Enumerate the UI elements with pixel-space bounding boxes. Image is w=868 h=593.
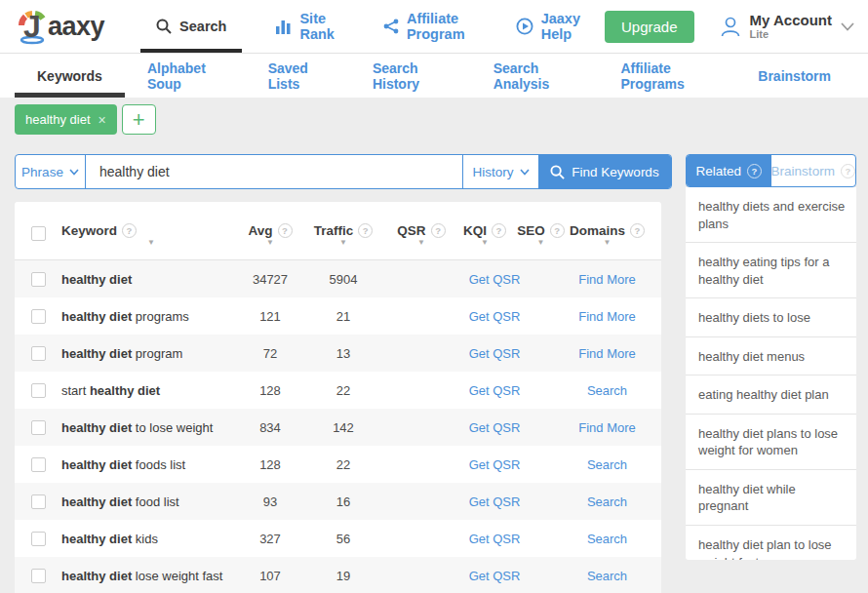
domains-link[interactable]: Search — [587, 383, 627, 398]
remove-tag-icon[interactable]: × — [99, 112, 106, 128]
domains-link[interactable]: Search — [587, 494, 627, 509]
traffic-cell: 13 — [299, 346, 387, 361]
subnav-item-search-analysis[interactable]: Search Analysis — [471, 54, 599, 98]
get-qsr-link[interactable]: Get QSR — [469, 420, 521, 435]
qsr-cell: Get QSR — [387, 532, 455, 546]
column-header-domains[interactable]: Domains? ▼ — [568, 223, 661, 245]
help-icon[interactable]: ? — [747, 164, 762, 178]
avg-cell: 128 — [241, 383, 299, 398]
row-checkbox[interactable] — [31, 494, 46, 509]
domains-cell: Search — [568, 569, 661, 583]
keyword-cell[interactable]: healthy diet kids — [61, 532, 241, 546]
subnav-item-saved-lists[interactable]: Saved Lists — [246, 54, 350, 98]
table-header-row: Keyword? ▼ Avg? ▼ Traffic? ▼ QSR? ▼ — [15, 202, 661, 260]
row-checkbox[interactable] — [31, 532, 46, 546]
related-keyword-item[interactable]: healthy eating tips for a healthy diet — [686, 243, 856, 298]
sort-caret-icon: ▼ — [387, 240, 455, 245]
help-icon[interactable]: ? — [358, 223, 373, 238]
row-checkbox[interactable] — [31, 272, 46, 287]
avg-cell: 34727 — [241, 272, 299, 287]
history-dropdown[interactable]: History — [462, 155, 538, 188]
tab-related[interactable]: Related ? — [687, 155, 771, 186]
row-checkbox[interactable] — [31, 569, 46, 583]
related-keyword-item[interactable]: healthy diets and exercise plans — [686, 187, 856, 243]
topnav-item-site-rank[interactable]: Site Rank — [259, 0, 349, 53]
help-icon[interactable]: ? — [550, 223, 565, 238]
get-qsr-link[interactable]: Get QSR — [469, 569, 521, 583]
subnav-item-keywords[interactable]: Keywords — [15, 54, 125, 98]
domains-link[interactable]: Find More — [578, 309, 636, 324]
keyword-cell[interactable]: healthy diet — [61, 272, 241, 287]
domains-link[interactable]: Find More — [578, 346, 636, 361]
domains-link[interactable]: Search — [587, 532, 627, 546]
column-header-keyword[interactable]: Keyword? ▼ — [61, 223, 241, 245]
domains-link[interactable]: Find More — [578, 420, 636, 435]
subnav-item-affiliate-programs[interactable]: Affiliate Programs — [598, 54, 735, 98]
column-header-qsr[interactable]: QSR? ▼ — [387, 223, 455, 245]
keyword-search-input[interactable] — [86, 155, 462, 188]
get-qsr-link[interactable]: Get QSR — [469, 383, 521, 398]
topnav-item-jaaxy-help[interactable]: Jaaxy Help — [500, 0, 596, 53]
column-header-traffic[interactable]: Traffic? ▼ — [299, 223, 387, 245]
row-checkbox[interactable] — [31, 457, 46, 472]
keyword-cell[interactable]: healthy diet program — [61, 346, 241, 361]
keyword-cell[interactable]: healthy diet food list — [61, 494, 241, 509]
subnav-item-alphabet-soup[interactable]: Alphabet Soup — [125, 54, 246, 98]
column-header-seo[interactable]: SEO? ▼ — [514, 223, 568, 245]
subnav-item-brainstorm[interactable]: Brainstorm — [735, 54, 853, 98]
row-checkbox[interactable] — [31, 346, 46, 361]
right-column: Related ? Brainstorm ? healthy diets and… — [686, 154, 856, 560]
help-icon[interactable]: ? — [841, 164, 855, 178]
qsr-cell: Get QSR — [387, 383, 455, 398]
phrase-dropdown[interactable]: Phrase — [16, 155, 86, 188]
domains-link[interactable]: Search — [587, 457, 627, 472]
help-icon[interactable]: ? — [431, 223, 446, 238]
avg-cell: 107 — [241, 569, 299, 583]
upgrade-button[interactable]: Upgrade — [605, 11, 694, 43]
related-keyword-item[interactable]: eating healthy diet plan — [686, 376, 856, 415]
related-keyword-item[interactable]: healthy diets to lose — [686, 298, 856, 337]
get-qsr-link[interactable]: Get QSR — [469, 346, 521, 361]
my-account-menu[interactable]: My Account Lite — [720, 0, 854, 53]
related-keyword-item[interactable]: healthy diet while pregnant — [686, 470, 856, 526]
keyword-cell[interactable]: start healthy diet — [61, 383, 241, 398]
select-all-checkbox[interactable] — [31, 226, 46, 241]
related-keyword-item[interactable]: healthy diet plans to lose weight for wo… — [686, 415, 856, 470]
add-tag-button[interactable]: + — [122, 104, 156, 135]
tab-brainstorm[interactable]: Brainstorm ? — [771, 155, 856, 186]
topnav-item-search[interactable]: Search — [140, 0, 242, 53]
get-qsr-link[interactable]: Get QSR — [469, 272, 521, 287]
get-qsr-link[interactable]: Get QSR — [469, 532, 521, 546]
jaaxy-logo[interactable]: J aaxy — [12, 0, 104, 53]
related-keyword-item[interactable]: healthy diet plan to lose weight fast — [686, 526, 856, 560]
subnav-item-search-history[interactable]: Search History — [350, 54, 471, 98]
get-qsr-link[interactable]: Get QSR — [469, 457, 521, 472]
domains-link[interactable]: Find More — [578, 272, 636, 287]
column-header-avg[interactable]: Avg? ▼ — [241, 223, 299, 245]
keyword-cell[interactable]: healthy diet programs — [61, 309, 241, 324]
get-qsr-link[interactable]: Get QSR — [469, 309, 521, 324]
keyword-cell[interactable]: healthy diet to lose weight — [61, 420, 241, 435]
row-checkbox[interactable] — [31, 309, 46, 324]
help-icon[interactable]: ? — [492, 223, 506, 238]
find-keywords-button[interactable]: Find Keywords — [538, 155, 671, 188]
chevron-down-icon — [69, 169, 79, 176]
subnav-item-label: Keywords — [37, 68, 102, 84]
keyword-cell[interactable]: healthy diet lose weight fast — [61, 569, 241, 583]
row-checkbox[interactable] — [31, 383, 46, 398]
sort-caret-icon: ▼ — [61, 240, 241, 245]
related-keyword-item[interactable]: healthy diet menus — [686, 337, 856, 376]
play-circle-icon — [516, 18, 533, 35]
help-icon[interactable]: ? — [630, 223, 645, 238]
subnav-item-label: Brainstorm — [758, 68, 831, 84]
topnav-item-label: Site Rank — [299, 11, 334, 42]
topnav-item-affiliate-program[interactable]: Affiliate Program — [368, 0, 483, 53]
get-qsr-link[interactable]: Get QSR — [469, 494, 521, 509]
help-icon[interactable]: ? — [278, 223, 293, 238]
row-checkbox[interactable] — [31, 420, 46, 435]
column-header-kqi[interactable]: KQI? ▼ — [455, 223, 514, 245]
keyword-tag[interactable]: healthy diet × — [15, 104, 117, 135]
keyword-cell[interactable]: healthy diet foods list — [61, 457, 241, 472]
help-icon[interactable]: ? — [122, 223, 137, 238]
domains-link[interactable]: Search — [587, 569, 627, 583]
